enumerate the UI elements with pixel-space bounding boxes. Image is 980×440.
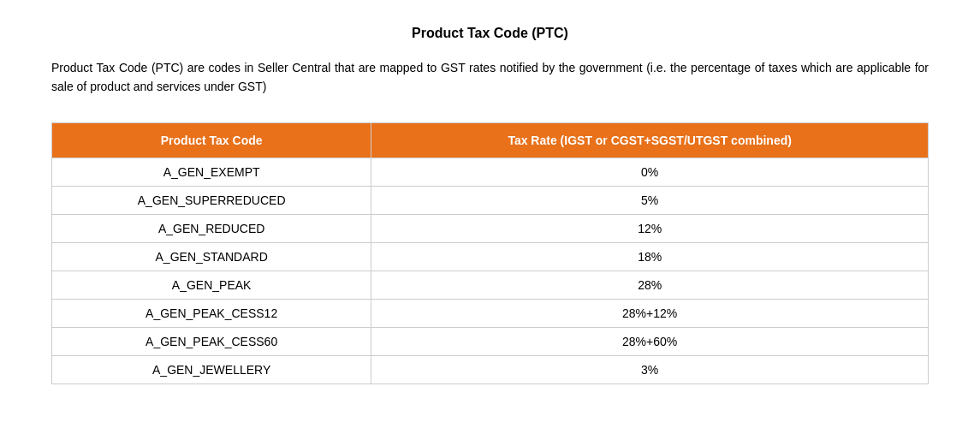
- tax-rate-cell: 28%+12%: [371, 299, 929, 327]
- column-header-code: Product Tax Code: [52, 122, 371, 158]
- table-row: A_GEN_EXEMPT0%: [52, 158, 929, 186]
- page-description: Product Tax Code (PTC) are codes in Sell…: [51, 58, 929, 97]
- tax-rate-cell: 5%: [371, 186, 929, 214]
- column-header-rate: Tax Rate (IGST or CGST+SGST/UTGST combin…: [371, 122, 929, 158]
- table-row: A_GEN_STANDARD18%: [52, 242, 929, 271]
- tax-code-cell: A_GEN_STANDARD: [52, 242, 371, 271]
- tax-code-cell: A_GEN_PEAK_CESS12: [52, 299, 371, 327]
- table-row: A_GEN_SUPERREDUCED5%: [52, 186, 929, 214]
- tax-rate-cell: 28%+60%: [371, 327, 929, 355]
- table-header-row: Product Tax Code Tax Rate (IGST or CGST+…: [52, 122, 929, 158]
- product-tax-code-table: Product Tax Code Tax Rate (IGST or CGST+…: [51, 122, 929, 384]
- tax-rate-cell: 28%: [371, 271, 929, 299]
- tax-rate-cell: 12%: [371, 214, 929, 242]
- tax-code-cell: A_GEN_JEWELLERY: [52, 355, 371, 384]
- table-row: A_GEN_PEAK_CESS1228%+12%: [52, 299, 929, 327]
- tax-code-cell: A_GEN_PEAK: [52, 271, 371, 299]
- table-row: A_GEN_PEAK_CESS6028%+60%: [52, 327, 929, 355]
- tax-rate-cell: 0%: [371, 158, 929, 186]
- tax-code-cell: A_GEN_SUPERREDUCED: [52, 186, 371, 214]
- tax-code-cell: A_GEN_EXEMPT: [52, 158, 371, 186]
- tax-code-cell: A_GEN_REDUCED: [52, 214, 371, 242]
- tax-code-cell: A_GEN_PEAK_CESS60: [52, 327, 371, 355]
- table-row: A_GEN_REDUCED12%: [52, 214, 929, 242]
- table-row: A_GEN_PEAK28%: [52, 271, 929, 299]
- tax-rate-cell: 18%: [371, 242, 929, 271]
- page-title: Product Tax Code (PTC): [51, 26, 929, 41]
- table-row: A_GEN_JEWELLERY3%: [52, 355, 929, 384]
- tax-rate-cell: 3%: [371, 355, 929, 384]
